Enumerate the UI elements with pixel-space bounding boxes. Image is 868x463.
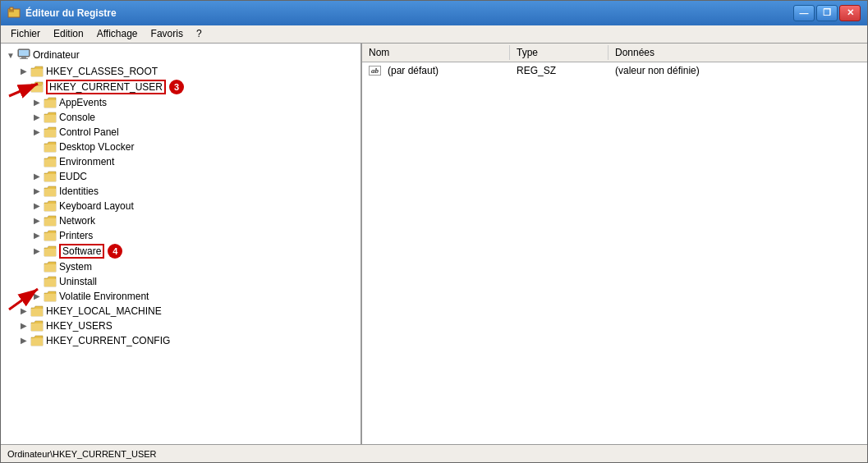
console-label: Console [59, 112, 95, 123]
tree-item-system[interactable]: System [1, 259, 361, 274]
minimize-button[interactable]: — [793, 5, 815, 21]
volatile-env-label: Volatile Environment [59, 291, 149, 302]
expand-eudc[interactable] [30, 170, 44, 183]
menu-help[interactable]: ? [190, 26, 209, 41]
tree-item-hkey-current-user[interactable]: HKEY_CURRENT_USER 3 [1, 79, 361, 95]
system-label: System [59, 261, 92, 273]
table-header: Nom Type Données [362, 44, 867, 62]
window-title: Éditeur du Registre [25, 7, 793, 19]
folder-icon [30, 335, 44, 346]
tree-item-eudc[interactable]: EUDC [1, 169, 361, 184]
environment-label: Environment [59, 156, 114, 167]
tree-item-appevents[interactable]: AppEvents [1, 95, 361, 110]
folder-icon [44, 276, 57, 287]
svg-rect-5 [21, 57, 26, 58]
cell-type: REG_SZ [510, 63, 609, 78]
tree-item-software[interactable]: Software 4 [1, 243, 361, 259]
cell-data: (valeur non définie) [609, 63, 867, 78]
tree-item-desktop-vlocker[interactable]: Desktop VLocker [1, 140, 361, 154]
status-path: Ordinateur\HKEY_CURRENT_USER [7, 449, 157, 459]
eudc-label: EUDC [59, 171, 87, 182]
folder-icon [44, 126, 57, 138]
expand-appevents[interactable] [30, 96, 44, 109]
folder-icon [44, 230, 57, 241]
folder-icon [44, 291, 57, 302]
svg-rect-6 [20, 58, 28, 59]
menu-affichage[interactable]: Affichage [90, 26, 145, 41]
folder-icon [30, 66, 44, 77]
folder-icon [30, 320, 44, 332]
folder-icon [44, 215, 57, 227]
appevents-label: AppEvents [59, 97, 107, 108]
badge-4: 4 [108, 244, 122, 259]
menu-fichier[interactable]: Fichier [4, 26, 47, 41]
tree-item-ordinateur[interactable]: Ordinateur [1, 47, 361, 64]
hkey-current-user-label: HKEY_CURRENT_USER [46, 80, 166, 94]
keyboard-layout-label: Keyboard Layout [59, 200, 134, 212]
menu-edition[interactable]: Edition [47, 26, 90, 41]
menu-bar: Fichier Edition Affichage Favoris ? [1, 25, 867, 44]
tree-item-hkey-users[interactable]: HKEY_USERS [1, 319, 361, 333]
expand-current-config[interactable] [17, 334, 30, 347]
expand-volatile-env[interactable] [30, 290, 44, 303]
table-row[interactable]: ab (par défaut) REG_SZ (valeur non défin… [362, 62, 867, 79]
expand-software[interactable] [30, 245, 44, 258]
restore-button[interactable]: ❐ [816, 5, 838, 21]
menu-favoris[interactable]: Favoris [145, 26, 190, 41]
uninstall-label: Uninstall [59, 276, 97, 287]
value-name: (par défaut) [388, 65, 439, 76]
expand-current-user[interactable] [17, 80, 30, 94]
hkey-current-config-label: HKEY_CURRENT_CONFIG [46, 335, 170, 346]
network-label: Network [59, 215, 95, 227]
ab-icon: ab [369, 66, 381, 76]
cell-nom: ab (par défaut) [362, 63, 510, 78]
col-header-data: Données [609, 45, 867, 60]
expand-users[interactable] [17, 319, 30, 332]
tree-item-environment[interactable]: Environment [1, 154, 361, 169]
tree-panel[interactable]: Ordinateur HKEY_CLASSES_ROOT HKE [1, 44, 362, 444]
folder-icon [44, 97, 57, 108]
tree-item-keyboard-layout[interactable]: Keyboard Layout [1, 199, 361, 213]
folder-icon [44, 112, 57, 123]
hkey-users-label: HKEY_USERS [46, 320, 113, 332]
tree-item-uninstall[interactable]: Uninstall [1, 274, 361, 289]
expand-network[interactable] [30, 214, 44, 227]
tree-item-identities[interactable]: Identities [1, 184, 361, 199]
expand-console[interactable] [30, 111, 44, 124]
folder-icon [44, 171, 57, 182]
expand-printers[interactable] [30, 229, 44, 242]
close-button[interactable]: ✕ [839, 5, 861, 21]
expand-identities[interactable] [30, 185, 44, 198]
expand-keyboard-layout[interactable] [30, 199, 44, 213]
tree-item-network[interactable]: Network [1, 213, 361, 228]
status-bar: Ordinateur\HKEY_CURRENT_USER [1, 444, 867, 462]
computer-icon [17, 48, 30, 63]
main-content: Ordinateur HKEY_CLASSES_ROOT HKE [1, 44, 867, 444]
tree-item-printers[interactable]: Printers [1, 228, 361, 243]
expand-local-machine[interactable] [17, 305, 30, 318]
tree-item-hkey-local-machine[interactable]: HKEY_LOCAL_MACHINE [1, 304, 361, 319]
window-controls: — ❐ ✕ [793, 5, 861, 21]
tree-item-hkey-classes-root[interactable]: HKEY_CLASSES_ROOT [1, 64, 361, 79]
control-panel-label: Control Panel [59, 126, 119, 138]
tree-item-console[interactable]: Console [1, 110, 361, 125]
app-icon [7, 7, 21, 20]
expand-classes-root[interactable] [17, 65, 30, 78]
folder-icon [44, 141, 57, 153]
svg-rect-2 [10, 7, 13, 10]
hkey-local-machine-label: HKEY_LOCAL_MACHINE [46, 305, 162, 317]
badge-3: 3 [169, 80, 184, 94]
desktop-vlocker-label: Desktop VLocker [59, 141, 134, 153]
expand-control-panel[interactable] [30, 126, 44, 139]
tree-item-hkey-current-config[interactable]: HKEY_CURRENT_CONFIG [1, 333, 361, 348]
expand-ordinateur[interactable] [4, 48, 17, 62]
right-panel: Nom Type Données ab (par défaut) REG_SZ … [362, 44, 867, 444]
identities-label: Identities [59, 186, 99, 197]
ordinateur-label: Ordinateur [33, 49, 80, 61]
folder-icon [44, 261, 57, 273]
title-bar: Éditeur du Registre — ❐ ✕ [1, 1, 867, 25]
tree-item-volatile-env[interactable]: Volatile Environment [1, 289, 361, 304]
tree-item-control-panel[interactable]: Control Panel [1, 125, 361, 140]
folder-open-icon [30, 81, 44, 93]
col-header-nom: Nom [362, 45, 510, 60]
